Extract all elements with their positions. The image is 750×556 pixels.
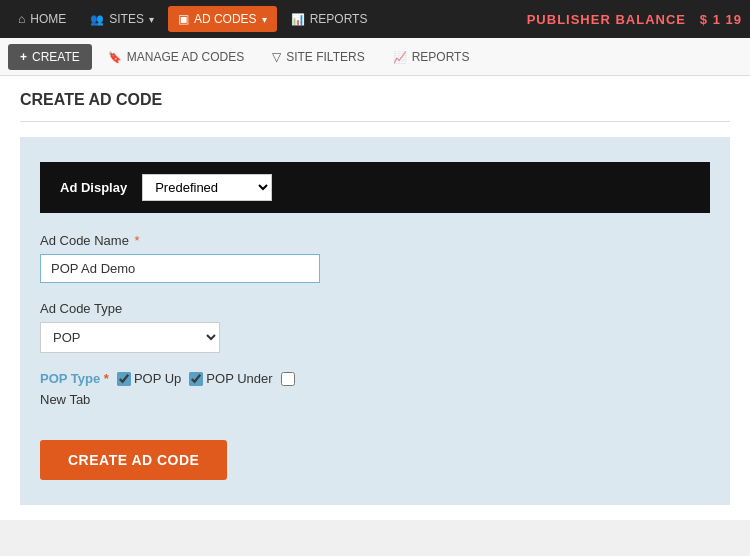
ad-display-bar: Ad Display Predefined Custom bbox=[40, 162, 710, 213]
nav-sites-label: SITES bbox=[109, 12, 144, 26]
sites-icon bbox=[90, 12, 104, 26]
ad-display-label: Ad Display bbox=[60, 180, 127, 195]
nav-home-label: HOME bbox=[30, 12, 66, 26]
popup-label: POP Up bbox=[134, 371, 181, 386]
ad-code-name-label: Ad Code Name * bbox=[40, 233, 710, 248]
top-nav-links: HOME SITES ▾ AD CODES ▾ REPORTS bbox=[8, 6, 377, 32]
sub-nav: CREATE MANAGE AD CODES SITE FILTERS REPO… bbox=[0, 38, 750, 76]
nav-adcodes[interactable]: AD CODES ▾ bbox=[168, 6, 277, 32]
ad-code-type-group: Ad Code Type POP Banner Interstitial bbox=[40, 301, 710, 353]
popup-option[interactable]: POP Up bbox=[117, 371, 181, 386]
publisher-balance: PUBLISHER BALANCE $ 1 19 bbox=[527, 12, 742, 27]
ad-code-name-input[interactable] bbox=[40, 254, 320, 283]
nav-reports-label: REPORTS bbox=[310, 12, 368, 26]
popup-checkbox[interactable] bbox=[117, 372, 131, 386]
newtab-option[interactable] bbox=[281, 372, 295, 386]
publisher-balance-label: PUBLISHER BALANCE bbox=[527, 12, 686, 27]
subnav-site-filters[interactable]: SITE FILTERS bbox=[260, 44, 376, 70]
nav-reports[interactable]: REPORTS bbox=[281, 6, 378, 32]
pop-type-label: POP Type * bbox=[40, 371, 109, 386]
page-title: CREATE AD CODE bbox=[20, 91, 730, 122]
subnav-filters-label: SITE FILTERS bbox=[286, 50, 364, 64]
popunder-checkbox[interactable] bbox=[189, 372, 203, 386]
form-container: Ad Display Predefined Custom Ad Code Nam… bbox=[20, 137, 730, 505]
subnav-reports[interactable]: REPORTS bbox=[381, 44, 482, 70]
ad-code-name-group: Ad Code Name * bbox=[40, 233, 710, 283]
popunder-label: POP Under bbox=[206, 371, 272, 386]
subnav-create[interactable]: CREATE bbox=[8, 44, 92, 70]
top-nav: HOME SITES ▾ AD CODES ▾ REPORTS PUBLISHE… bbox=[0, 0, 750, 38]
subnav-manage-ad-codes[interactable]: MANAGE AD CODES bbox=[96, 44, 256, 70]
filter-icon bbox=[272, 50, 281, 64]
create-ad-code-button[interactable]: CREATE AD CODE bbox=[40, 440, 227, 480]
publisher-balance-value: $ 1 19 bbox=[700, 12, 742, 27]
newtab-checkbox[interactable] bbox=[281, 372, 295, 386]
required-star-name: * bbox=[131, 233, 140, 248]
nav-home[interactable]: HOME bbox=[8, 6, 76, 32]
nav-adcodes-label: AD CODES bbox=[194, 12, 257, 26]
ad-code-type-label: Ad Code Type bbox=[40, 301, 710, 316]
home-icon bbox=[18, 12, 25, 26]
subnav-reports-label: REPORTS bbox=[412, 50, 470, 64]
adcodes-icon bbox=[178, 12, 189, 26]
manage-icon bbox=[108, 50, 122, 64]
nav-sites[interactable]: SITES ▾ bbox=[80, 6, 164, 32]
ad-display-select[interactable]: Predefined Custom bbox=[142, 174, 272, 201]
rep-icon bbox=[393, 50, 407, 64]
chevron-down-icon-2: ▾ bbox=[262, 14, 267, 25]
pop-type-row: POP Type * POP Up POP Under bbox=[40, 371, 710, 386]
pop-type-group: POP Type * POP Up POP Under New Tab bbox=[40, 371, 710, 407]
page-content: CREATE AD CODE Ad Display Predefined Cus… bbox=[0, 76, 750, 520]
reports-icon bbox=[291, 12, 305, 26]
subnav-manage-label: MANAGE AD CODES bbox=[127, 50, 244, 64]
new-tab-label: New Tab bbox=[40, 392, 710, 407]
chevron-down-icon: ▾ bbox=[149, 14, 154, 25]
plus-icon bbox=[20, 50, 27, 64]
ad-code-type-select[interactable]: POP Banner Interstitial bbox=[40, 322, 220, 353]
required-star-pop: * bbox=[100, 371, 109, 386]
popunder-option[interactable]: POP Under bbox=[189, 371, 272, 386]
subnav-create-label: CREATE bbox=[32, 50, 80, 64]
